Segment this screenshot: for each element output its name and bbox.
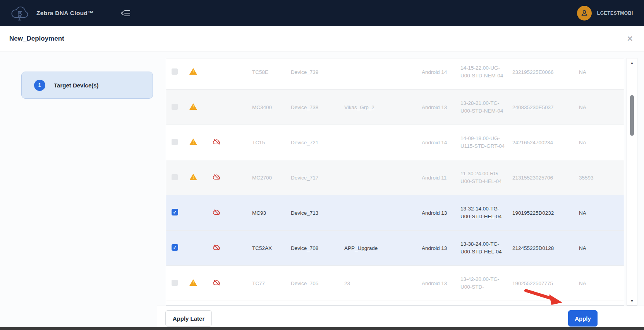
table-row[interactable]: MC2700 Device_717 Android 11 11-30-24.00… — [166, 160, 624, 195]
warning-icon — [189, 68, 197, 75]
device-name-cell: Device_721 — [291, 140, 344, 145]
header-right-group: LGETESTMOBI — [577, 6, 644, 21]
build-cell: 14-15-22.00-UG-U00-STD-NEM-04 — [460, 64, 512, 79]
row-checkbox[interactable] — [172, 280, 178, 286]
table-row[interactable]: TC77 Device_705 23 Android 13 13-42-20.0… — [166, 266, 624, 301]
warning-cell — [187, 68, 210, 76]
device-name-cell: Device_713 — [291, 210, 344, 216]
cloud-cell — [210, 103, 252, 112]
group-cell: Vikas_Grp_2 — [344, 104, 422, 110]
close-icon[interactable]: ✕ — [627, 35, 633, 43]
warning-icon — [189, 138, 197, 145]
step-label: Target Device(s) — [54, 82, 99, 89]
checkbox-cell — [169, 68, 187, 76]
warning-icon — [189, 103, 197, 110]
serial-cell: 24216524700234 — [512, 140, 573, 145]
row-checkbox[interactable] — [172, 209, 178, 215]
device-name-cell: Device_739 — [291, 69, 344, 75]
build-cell: 14-09-18.00-UG-U115-STD-GRT-04 — [460, 135, 512, 150]
model-cell: MC2700 — [252, 175, 291, 181]
serial-cell: 240835230E5037 — [512, 104, 573, 110]
serial-cell: 190195225D0232 — [512, 210, 573, 216]
cloud-off-icon — [213, 279, 221, 287]
model-cell: TC77 — [252, 280, 291, 286]
apply-button[interactable]: Apply — [568, 310, 598, 327]
warning-cell — [187, 103, 210, 111]
checkbox-cell — [169, 139, 187, 146]
model-cell: MC3400 — [252, 104, 291, 110]
scroll-down-icon[interactable]: ▼ — [627, 299, 637, 303]
app-screen: Zebra DNA Cloud™ LGETESTMOBI New_Deploym… — [0, 0, 644, 330]
device-name-cell: Device_717 — [291, 175, 344, 181]
app-version-cell: NA — [573, 210, 617, 216]
scrollbar-thumb[interactable] — [630, 95, 634, 136]
row-checkbox[interactable] — [172, 174, 178, 180]
dialog-footer: Apply Later Apply — [157, 306, 644, 328]
group-cell: APP_Upgrade — [344, 245, 422, 251]
user-avatar-icon[interactable] — [577, 6, 592, 21]
build-cell: 13-32-14.00-TG-U00-STD-HEL-04 — [460, 205, 512, 220]
device-name-cell: Device_705 — [291, 280, 344, 286]
os-version-cell: Android 11 — [422, 175, 460, 181]
serial-cell: 212455225D0128 — [512, 245, 573, 251]
warning-icon — [189, 174, 197, 181]
build-cell: 13-38-24.00-TG-U00-STD-HEL-04 — [460, 240, 512, 255]
os-version-cell: Android 13 — [422, 104, 460, 110]
cloud-cell — [210, 243, 252, 253]
serial-cell: 19025522507775 — [512, 280, 573, 286]
build-cell: 11-30-24.00-RG-U00-STD-HEL-04 — [460, 170, 512, 185]
table-row[interactable]: TC15 Device_721 Android 14 14-09-18.00-U… — [166, 125, 624, 160]
model-cell: MC93 — [252, 210, 291, 216]
zebra-dna-cloud-logo-icon — [9, 4, 30, 22]
scroll-up-icon[interactable]: ▲ — [627, 61, 637, 65]
warning-cell — [187, 279, 210, 287]
username-label: LGETESTMOBI — [597, 10, 633, 16]
os-version-cell: Android 14 — [422, 140, 460, 145]
serial-cell: 232195225E0066 — [512, 69, 573, 75]
app-header: Zebra DNA Cloud™ LGETESTMOBI — [0, 0, 644, 26]
checkbox-cell — [169, 209, 187, 217]
warning-icon — [189, 279, 197, 286]
checkbox-cell — [169, 104, 187, 111]
table-row[interactable]: MC3400 Device_738 Vikas_Grp_2 Android 13… — [166, 90, 624, 125]
row-checkbox[interactable] — [172, 139, 178, 145]
serial-cell: 21315523025706 — [512, 175, 573, 181]
row-checkbox[interactable] — [172, 104, 178, 110]
cloud-cell — [210, 67, 252, 77]
table-row[interactable]: TC52AX Device_708 APP_Upgrade Android 13… — [166, 231, 624, 266]
step-number-badge: 1 — [34, 80, 45, 91]
row-checkbox[interactable] — [172, 68, 178, 75]
dialog-title: New_Deployment — [9, 35, 64, 43]
menu-open-icon[interactable] — [121, 9, 131, 17]
os-version-cell: Android 14 — [422, 69, 460, 75]
build-cell: 13-42-20.00-TG-U00-STD- — [460, 275, 512, 291]
group-cell: 23 — [344, 280, 422, 286]
warning-cell — [187, 244, 210, 252]
device-table: TC58E Device_739 Android 14 14-15-22.00-… — [166, 58, 624, 306]
apply-later-button[interactable]: Apply Later — [165, 310, 212, 327]
build-cell: 13-28-21.00-TG-U00-STD-NEM-04 — [460, 99, 512, 115]
app-version-cell: NA — [573, 69, 617, 75]
row-checkbox[interactable] — [172, 244, 178, 251]
app-version-cell: NA — [573, 140, 617, 145]
cloud-off-icon — [213, 208, 221, 216]
model-cell: TC52AX — [252, 245, 291, 251]
app-version-cell: NA — [573, 280, 617, 286]
checkbox-cell — [169, 244, 187, 252]
os-version-cell: Android 13 — [422, 210, 460, 216]
table-scrollbar[interactable]: ▲ ▼ — [627, 58, 637, 306]
table-row[interactable]: TC58E Device_739 Android 14 14-15-22.00-… — [166, 58, 624, 90]
table-body: TC58E Device_739 Android 14 14-15-22.00-… — [166, 58, 624, 301]
os-version-cell: Android 13 — [422, 245, 460, 251]
cloud-cell — [210, 138, 252, 147]
wizard-step-target-devices[interactable]: 1 Target Device(s) — [21, 72, 153, 99]
warning-cell — [187, 209, 210, 217]
warning-cell — [187, 174, 210, 182]
table-row[interactable]: MC93 Device_713 Android 13 13-32-14.00-T… — [166, 195, 624, 231]
model-cell: TC15 — [252, 140, 291, 145]
device-name-cell: Device_738 — [291, 104, 344, 110]
warning-cell — [187, 138, 210, 147]
dialog-titlebar: New_Deployment ✕ — [0, 26, 644, 51]
cloud-off-icon — [213, 173, 221, 181]
cloud-off-icon — [213, 138, 221, 146]
